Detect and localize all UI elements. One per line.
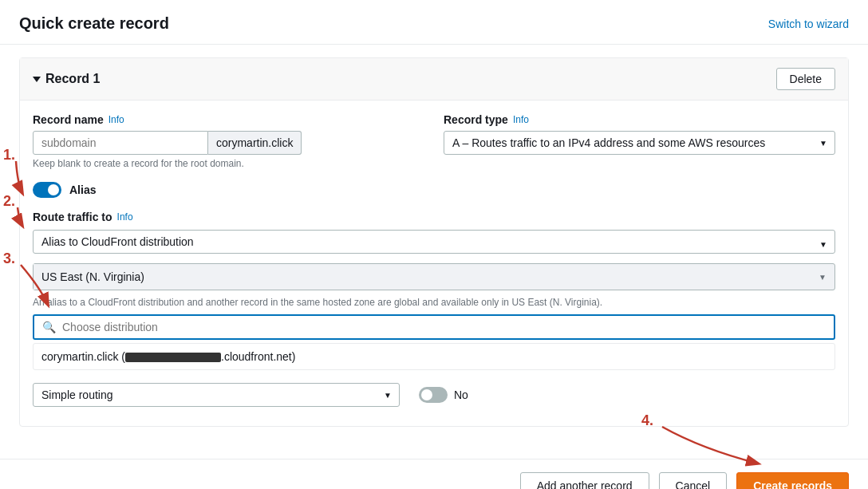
region-row: US East (N. Virginia) ▼: [33, 263, 835, 290]
evaluate-toggle[interactable]: [419, 387, 448, 403]
search-icon: 🔍: [42, 321, 56, 333]
delete-button[interactable]: Delete: [776, 68, 835, 90]
page-title: Quick create record: [19, 14, 169, 33]
record-name-label: Record name Info: [33, 113, 424, 126]
alias-row: Alias: [33, 182, 835, 198]
record-body: Record name Info corymartin.click Keep b…: [20, 101, 848, 426]
switch-to-wizard-link[interactable]: Switch to wizard: [768, 18, 849, 30]
record-name-hint: Keep blank to create a record for the ro…: [33, 158, 424, 169]
distribution-name: corymartin.click (: [41, 350, 125, 363]
record-type-select-wrapper: A – Routes traffic to an IPv4 address an…: [444, 131, 835, 155]
record-name-input[interactable]: [33, 131, 208, 155]
record-type-group: Record type Info A – Routes traffic to a…: [444, 113, 835, 169]
content-area: Record 1 Delete Record name Info: [0, 45, 868, 452]
record-section-header: Record 1 Delete: [20, 58, 848, 101]
record-title: Record 1: [33, 72, 100, 86]
evaluate-row: No: [419, 387, 468, 403]
distribution-suffix: .cloudfront.net): [221, 350, 295, 363]
record-type-label: Record type Info: [444, 113, 835, 126]
domain-suffix: corymartin.click: [208, 131, 302, 155]
region-chevron-icon: ▼: [811, 266, 834, 288]
routing-select-wrapper: Simple routing: [33, 383, 400, 407]
page-footer: Add another record Cancel Create records: [0, 459, 868, 489]
alias-toggle-slider[interactable]: [33, 182, 61, 198]
alias-label-text: Alias: [69, 183, 96, 196]
add-another-record-button[interactable]: Add another record: [520, 472, 649, 489]
routing-select[interactable]: Simple routing: [33, 383, 400, 407]
alias-info-text: An alias to a CloudFront distribution an…: [33, 297, 835, 308]
record-title-text: Record 1: [45, 72, 100, 86]
alias-toggle[interactable]: [33, 182, 61, 198]
search-distribution-input[interactable]: [62, 321, 826, 333]
collapse-icon[interactable]: [33, 77, 41, 82]
redacted-block: [125, 353, 221, 362]
create-records-button[interactable]: Create records: [736, 472, 849, 489]
route-traffic-select-wrapper: Alias to CloudFront distribution: [33, 230, 835, 258]
cancel-button[interactable]: Cancel: [659, 472, 728, 489]
route-traffic-select[interactable]: Alias to CloudFront distribution: [33, 230, 835, 254]
form-row-1: Record name Info corymartin.click Keep b…: [33, 113, 835, 169]
record-type-info-link[interactable]: Info: [513, 114, 529, 125]
page-header: Quick create record Switch to wizard: [0, 0, 868, 45]
record-type-select[interactable]: A – Routes traffic to an IPv4 address an…: [444, 131, 835, 155]
distribution-item[interactable]: corymartin.click (.cloudfront.net): [33, 343, 835, 370]
routing-row: Simple routing No: [33, 383, 835, 407]
record-name-input-group: corymartin.click: [33, 131, 424, 155]
record-name-info-link[interactable]: Info: [108, 114, 124, 125]
region-text: US East (N. Virginia): [34, 264, 811, 290]
page-wrapper: Quick create record Switch to wizard Rec…: [0, 0, 868, 489]
record-section: Record 1 Delete Record name Info: [19, 57, 849, 427]
route-traffic-label: Route traffic to Info: [33, 211, 835, 223]
evaluate-toggle-slider[interactable]: [419, 387, 448, 403]
route-traffic-section: Route traffic to Info Alias to CloudFron…: [33, 211, 835, 370]
record-name-group: Record name Info corymartin.click Keep b…: [33, 113, 424, 169]
search-distribution-box: 🔍: [33, 314, 835, 340]
route-traffic-info-link[interactable]: Info: [117, 211, 133, 223]
evaluate-label-text: No: [454, 388, 468, 401]
